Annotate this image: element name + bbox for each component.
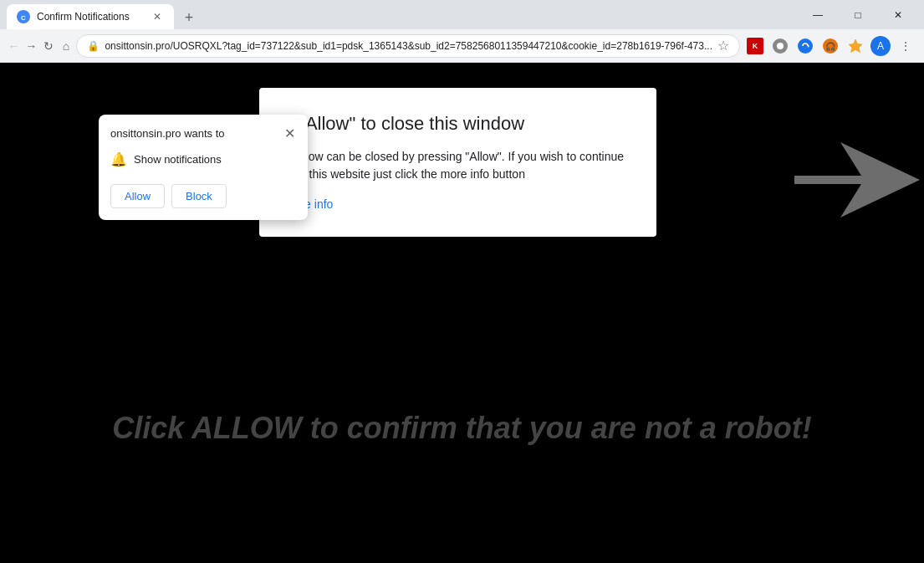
address-bar[interactable]: 🔒 onsittonsin.pro/UOSRQXL?tag_id=737122&… [76,34,740,58]
allow-button[interactable]: Allow [110,184,165,208]
title-bar: C Confirm Notifications ✕ + — □ ✕ [0,0,924,29]
new-tab-button[interactable]: + [177,6,201,29]
content-card: k "Allow" to close this window window ca… [259,88,656,237]
popup-close-button[interactable]: ✕ [281,125,298,141]
extension-icon-2[interactable] [768,34,792,58]
back-button[interactable]: ← [7,34,21,58]
permission-label: Show notifications [134,153,222,166]
permission-popup: onsittonsin.pro wants to ✕ 🔔 Show notifi… [99,115,308,220]
arrow-icon [790,130,924,230]
toolbar-icons: K 🎧 A ⋮ [743,34,917,58]
popup-permission-row: 🔔 Show notifications [99,148,308,177]
extension-icon-3[interactable] [794,34,817,58]
extension-icon-4[interactable]: 🎧 [819,34,842,58]
popup-buttons: Allow Block [99,177,308,220]
extension-icon-1[interactable]: K [743,34,767,58]
profile-button[interactable]: A [869,34,892,58]
chrome-window: C Confirm Notifications ✕ + — □ ✕ ← → ↻ … [0,0,924,563]
forward-button[interactable]: → [24,34,38,58]
window-controls: — □ ✕ [799,0,917,29]
card-heading: k "Allow" to close this window [284,113,631,135]
home-button[interactable]: ⌂ [59,34,74,58]
block-button[interactable]: Block [171,184,227,208]
active-tab[interactable]: C Confirm Notifications ✕ [7,4,174,29]
tab-title: Confirm Notifications [37,11,144,23]
reload-button[interactable]: ↻ [42,34,56,58]
tab-favicon: C [17,10,30,23]
svg-point-3 [777,43,784,49]
main-page-text: Click ALLOW to confirm that you are not … [112,411,812,446]
svg-text:🎧: 🎧 [825,41,836,52]
svg-marker-9 [794,142,920,218]
tab-strip: C Confirm Notifications ✕ + [7,0,799,29]
page-content: Click ALLOW to confirm that you are not … [0,63,924,563]
popup-header: onsittonsin.pro wants to ✕ [99,115,308,148]
minimize-button[interactable]: — [799,0,837,29]
svg-marker-8 [849,39,862,53]
lock-icon: 🔒 [87,40,100,52]
maximize-button[interactable]: □ [839,0,877,29]
url-text: onsittonsin.pro/UOSRQXL?tag_id=737122&su… [105,40,712,52]
card-body: window can be closed by pressing "Allow"… [284,148,631,183]
bell-icon: 🔔 [110,151,127,167]
tab-close-button[interactable]: ✕ [151,10,164,23]
browser-toolbar: ← → ↻ ⌂ 🔒 onsittonsin.pro/UOSRQXL?tag_id… [0,29,924,63]
arrow-container [790,130,924,233]
popup-site-text: onsittonsin.pro wants to [110,127,225,140]
close-button[interactable]: ✕ [879,0,917,29]
more-options-button[interactable]: ⋮ [894,34,917,58]
svg-text:C: C [21,14,26,22]
extension-icon-5[interactable] [844,34,867,58]
svg-point-4 [798,38,813,54]
profile-icon: A [870,36,891,56]
bookmark-icon[interactable]: ☆ [717,38,729,54]
